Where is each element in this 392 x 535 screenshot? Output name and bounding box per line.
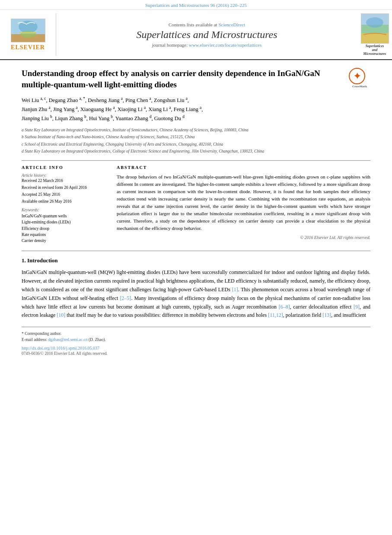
- available-date: Available online 26 May 2016: [22, 199, 108, 204]
- accepted-date: Accepted 25 May 2016: [22, 192, 108, 197]
- svg-rect-4: [20, 32, 36, 33]
- abstract-text: The droop behaviors of two InGaN/GaN mul…: [117, 173, 370, 232]
- svg-point-8: [366, 17, 383, 28]
- author-xiang-li: Xiang Li a: [148, 106, 171, 112]
- author-degang-zhao: Degang Zhao a, *: [49, 97, 85, 103]
- issn-line: 0749-6036/© 2016 Elsevier Ltd. All right…: [22, 351, 370, 356]
- authors-list: Wei Liu a, c, Degang Zhao a, *, Desheng …: [22, 96, 370, 123]
- ref-13-link[interactable]: [13]: [322, 312, 331, 318]
- keywords-section: Keywords: InGaN/GaN quantum wells Light-…: [22, 208, 108, 244]
- introduction-heading: 1. Introduction: [22, 257, 370, 264]
- homepage-link[interactable]: www.elsevier.com/locate/superlattices: [189, 42, 262, 48]
- keyword-2: Light-emitting diodes (LEDs): [22, 219, 108, 225]
- article-info-heading: ARTICLE INFO: [22, 165, 108, 170]
- main-content: Understanding droop effect by analysis o…: [0, 60, 392, 364]
- ref-2-5-link[interactable]: [2–5]: [120, 295, 131, 301]
- journal-center: Contents lists available at ScienceDirec…: [56, 13, 357, 56]
- ref-11-12-link[interactable]: [11,12]: [268, 312, 283, 318]
- thumb-label: SuperlatticesandMicrostructures: [363, 45, 386, 56]
- contents-available: Contents lists available at ScienceDirec…: [169, 22, 245, 27]
- affil-b: b Suzhou Institute of Nano-tech and Nano…: [22, 134, 370, 140]
- info-abstract-section: ARTICLE INFO Article history: Received 2…: [22, 160, 370, 244]
- keyword-5: Carrier density: [22, 238, 108, 244]
- ref-9-link[interactable]: [9]: [354, 304, 360, 310]
- journal-header: ELSEVIER Contents lists available at Sci…: [0, 10, 392, 60]
- elsevier-brand-text: ELSEVIER: [11, 44, 45, 51]
- email-link[interactable]: dgzhao@red.semi.ac.cn: [48, 338, 88, 342]
- article-title: Understanding droop effect by analysis o…: [22, 68, 370, 90]
- author-xiaoguang-he: Xiaoguang He a: [80, 106, 115, 112]
- article-history-label: Article history:: [22, 173, 108, 178]
- affil-a: a State Key Laboratory on Integrated Opt…: [22, 127, 370, 133]
- journal-reference: Superlattices and Microstructures 96 (20…: [0, 0, 392, 10]
- footnote-section: * Corresponding author. E-mail address: …: [22, 327, 370, 356]
- author-zongshun-liu: Zongshun Liu a: [154, 97, 188, 103]
- affil-c: c School of Electronic and Electrical En…: [22, 141, 370, 147]
- author-liqun-zhang: Liqun Zhang b: [55, 115, 86, 121]
- section-divider: [22, 251, 370, 251]
- email-note: E-mail address: dgzhao@red.semi.ac.cn (D…: [22, 337, 370, 343]
- elsevier-logo: ELSEVIER: [0, 13, 56, 56]
- received-date: Received 22 March 2016: [22, 178, 108, 183]
- affiliations: a State Key Laboratory on Integrated Opt…: [22, 127, 370, 154]
- keyword-4: Rate equations: [22, 232, 108, 238]
- article-info-column: ARTICLE INFO Article history: Received 2…: [22, 165, 108, 244]
- author-feng-liang: Feng Liang a: [174, 106, 202, 112]
- doi-line[interactable]: http://dx.doi.org/10.1016/j.spmi.2016.05…: [22, 346, 370, 350]
- corresponding-author-note: * Corresponding author.: [22, 331, 370, 337]
- copyright-notice: © 2016 Elsevier Ltd. All rights reserved…: [117, 235, 370, 240]
- ref-1-link[interactable]: [1]: [232, 287, 238, 293]
- journal-homepage: journal homepage: www.elsevier.com/locat…: [152, 42, 261, 48]
- keywords-label: Keywords:: [22, 208, 108, 212]
- author-ping-chen: Ping Chen a: [125, 97, 151, 103]
- author-jing-yang: Jing Yang a: [53, 106, 78, 112]
- journal-thumbnail: SuperlatticesandMicrostructures: [357, 13, 392, 56]
- ref-6-8-link[interactable]: [6–8]: [279, 304, 290, 310]
- author-desheng-jiang: Desheng Jiang a: [88, 97, 123, 103]
- keyword-3: Efficiency droop: [22, 226, 108, 232]
- author-guotong-du: Guotong Du d: [154, 115, 185, 121]
- journal-title: Superlattices and Microstructures: [136, 29, 277, 41]
- abstract-column: ABSTRACT The droop behaviors of two InGa…: [117, 165, 370, 244]
- author-xiaojing-li: Xiaojing Li a: [118, 106, 146, 112]
- author-hui-yang: Hui Yang b: [89, 115, 113, 121]
- sciencedirect-link[interactable]: ScienceDirect: [218, 22, 245, 27]
- thumb-image: [361, 13, 389, 44]
- svg-point-3: [20, 31, 36, 38]
- keyword-1: InGaN/GaN quantum wells: [22, 213, 108, 219]
- affil-d: d State Key Laboratory on Integrated Opt…: [22, 148, 370, 154]
- author-jianping-liu: Jianping Liu b: [22, 115, 52, 121]
- author-yuantao-zhang: Yuantao Zhang d: [115, 115, 152, 121]
- author-jianjun-zhu: Jianjun Zhu a: [22, 106, 51, 112]
- svg-rect-7: [361, 33, 389, 43]
- elsevier-logo-image: [11, 19, 45, 42]
- ref-10-link[interactable]: [10]: [57, 312, 65, 318]
- abstract-heading: ABSTRACT: [117, 165, 370, 170]
- crossmark-badge: ✦ CrossMark: [349, 68, 370, 89]
- author-wei-liu: Wei Liu a, c: [22, 97, 46, 103]
- introduction-text: InGaN/GaN multiple-quantum-well (MQW) li…: [22, 268, 370, 320]
- received-revised-date: Received in revised form 26 April 2016: [22, 185, 108, 190]
